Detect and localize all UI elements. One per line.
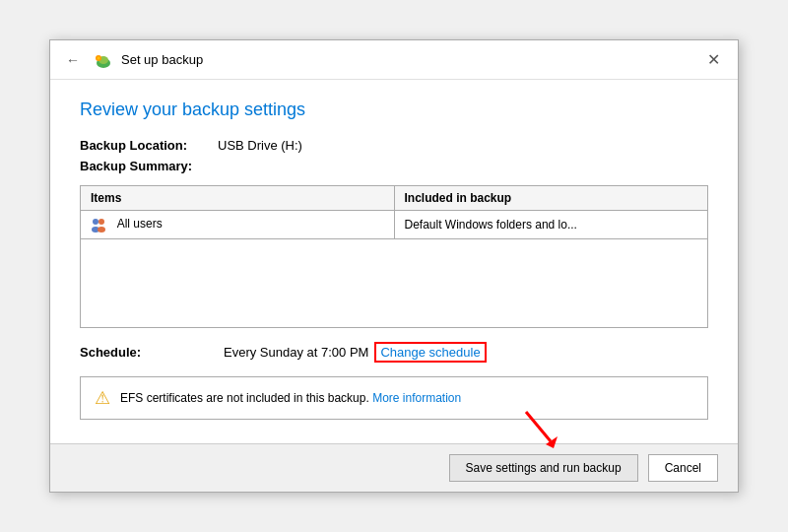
table-col-included: Included in backup — [394, 186, 708, 211]
svg-point-4 — [93, 219, 98, 225]
users-icon — [91, 217, 108, 233]
main-content: Review your backup settings Backup Locat… — [50, 80, 738, 443]
window-title: Set up backup — [121, 52, 203, 67]
svg-point-3 — [98, 56, 100, 59]
section-title: Review your backup settings — [80, 100, 708, 120]
table-spacer-cell — [81, 239, 708, 328]
svg-point-7 — [98, 227, 105, 233]
table-row-item-text: All users — [117, 217, 163, 231]
cancel-button[interactable]: Cancel — [648, 454, 718, 482]
more-info-link[interactable]: More information — [372, 391, 461, 405]
back-button[interactable]: ← — [60, 50, 86, 70]
window-icon — [94, 50, 113, 70]
schedule-value: Every Sunday at 7:00 PM — [224, 345, 368, 360]
title-bar: ← Set up backup ✕ — [50, 40, 738, 80]
warning-icon: ⚠ — [95, 387, 110, 409]
footer: Save settings and run backup Cancel — [50, 443, 738, 492]
warning-text: EFS certificates are not included in thi… — [120, 391, 461, 405]
table-cell-included: Default Windows folders and lo... — [394, 211, 708, 239]
warning-message: EFS certificates are not included in thi… — [120, 391, 369, 405]
change-schedule-link[interactable]: Change schedule — [374, 342, 486, 363]
save-run-backup-button[interactable]: Save settings and run backup — [449, 454, 638, 482]
svg-point-6 — [98, 219, 104, 225]
backup-location-row: Backup Location: USB Drive (H:) — [80, 138, 708, 153]
backup-summary-label: Backup Summary: — [80, 159, 218, 173]
title-bar-left: ← Set up backup — [60, 50, 203, 70]
backup-location-value: USB Drive (H:) — [218, 138, 302, 153]
main-window: ← Set up backup ✕ Review your backup set… — [49, 39, 739, 493]
close-button[interactable]: ✕ — [699, 48, 728, 71]
backup-location-label: Backup Location: — [80, 138, 218, 153]
backup-summary-label-row: Backup Summary: — [80, 159, 708, 179]
table-row: All users Default Windows folders and lo… — [81, 211, 708, 239]
schedule-label: Schedule: — [80, 345, 218, 360]
schedule-row: Schedule: Every Sunday at 7:00 PM Change… — [80, 342, 708, 363]
table-col-items: Items — [81, 186, 395, 211]
warning-box: ⚠ EFS certificates are not included in t… — [80, 376, 708, 420]
table-spacer-row — [81, 239, 708, 328]
backup-summary-table: Items Included in backup All users — [80, 185, 708, 328]
table-cell-item: All users — [81, 211, 395, 239]
